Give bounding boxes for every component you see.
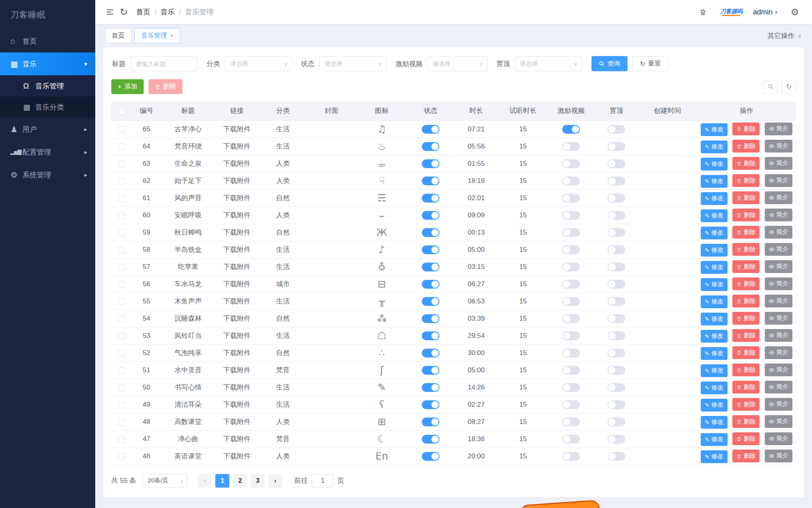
row-checkbox[interactable] [118, 419, 125, 426]
download-attachment-link[interactable]: 下载附件 [223, 160, 251, 167]
row-checkbox[interactable] [118, 384, 125, 391]
top-toggle[interactable] [607, 280, 625, 289]
reward-video-toggle[interactable] [562, 383, 580, 392]
status-toggle[interactable] [422, 314, 439, 323]
status-toggle[interactable] [422, 435, 439, 444]
delete-button[interactable]: 删除 [732, 140, 760, 153]
reward-filter-select[interactable]: 请选择 ∨ [427, 56, 487, 71]
intro-button[interactable]: 简介 [765, 432, 792, 445]
category-filter-select[interactable]: 请选择 ∨ [225, 56, 292, 71]
edit-button[interactable]: ✎ 修改 [701, 278, 728, 291]
status-toggle[interactable] [422, 452, 439, 461]
delete-button[interactable]: 删除 [732, 450, 760, 462]
download-attachment-link[interactable]: 下载附件 [223, 194, 251, 202]
intro-button[interactable]: 简介 [765, 157, 792, 170]
row-checkbox[interactable] [118, 281, 125, 288]
select-all-checkbox[interactable] [118, 108, 125, 114]
row-checkbox[interactable] [118, 333, 125, 339]
delete-button[interactable]: 删除 [732, 277, 760, 290]
reward-video-toggle[interactable] [562, 297, 580, 306]
delete-button[interactable]: 删除 [732, 432, 760, 445]
status-toggle[interactable] [422, 194, 439, 203]
top-toggle[interactable] [607, 452, 625, 461]
download-attachment-link[interactable]: 下载附件 [223, 229, 251, 236]
edit-button[interactable]: ✎ 修改 [701, 433, 728, 446]
reward-video-toggle[interactable] [562, 245, 580, 254]
page-button-3[interactable]: 3 [251, 474, 265, 488]
reward-video-toggle[interactable] [562, 280, 580, 289]
intro-button[interactable]: 简介 [765, 329, 792, 342]
edit-button[interactable]: ✎ 修改 [701, 261, 728, 274]
download-attachment-link[interactable]: 下载附件 [223, 246, 251, 253]
intro-button[interactable]: 简介 [765, 381, 792, 394]
status-toggle[interactable] [422, 280, 439, 289]
reward-video-toggle[interactable] [562, 159, 580, 168]
download-attachment-link[interactable]: 下载附件 [223, 297, 251, 305]
add-button[interactable]: + 添加 [111, 79, 144, 94]
delete-button[interactable]: 删除 [732, 226, 760, 239]
download-attachment-link[interactable]: 下载附件 [223, 332, 251, 339]
top-toggle[interactable] [607, 435, 625, 444]
status-toggle[interactable] [422, 177, 439, 185]
page-size-select[interactable]: 20条/页 ∨ [142, 474, 187, 488]
intro-button[interactable]: 简介 [765, 226, 792, 239]
reward-video-toggle[interactable] [562, 177, 580, 185]
top-toggle[interactable] [607, 349, 625, 357]
status-toggle[interactable] [422, 400, 439, 409]
reward-video-toggle[interactable] [562, 331, 580, 340]
reward-video-toggle[interactable] [562, 228, 580, 237]
row-checkbox[interactable] [118, 247, 125, 253]
edit-button[interactable]: ✎ 修改 [701, 295, 728, 308]
status-toggle[interactable] [422, 245, 439, 254]
status-toggle[interactable] [422, 297, 439, 306]
table-refresh-icon[interactable]: ↻ [782, 80, 796, 94]
intro-button[interactable]: 简介 [765, 346, 792, 359]
close-icon[interactable]: × [170, 32, 173, 39]
reward-video-toggle[interactable] [562, 418, 580, 426]
settings-gear-icon[interactable]: ⚙ [788, 5, 802, 19]
download-attachment-link[interactable]: 下载附件 [223, 401, 251, 408]
sidebar-item-system[interactable]: ⚙ 系统管理 ▸ [0, 163, 95, 186]
status-toggle[interactable] [422, 349, 439, 357]
delete-button[interactable]: 删除 [732, 398, 760, 411]
status-toggle[interactable] [422, 228, 439, 237]
reward-video-toggle[interactable] [562, 349, 580, 357]
edit-button[interactable]: ✎ 修改 [701, 141, 728, 153]
reward-video-toggle[interactable] [562, 314, 580, 323]
edit-button[interactable]: ✎ 修改 [701, 450, 728, 463]
status-toggle[interactable] [422, 383, 439, 392]
intro-button[interactable]: 简介 [765, 277, 792, 290]
delete-button[interactable]: 删除 [732, 346, 760, 359]
intro-button[interactable]: 简介 [765, 191, 792, 204]
status-toggle[interactable] [422, 263, 439, 271]
row-checkbox[interactable] [118, 178, 125, 185]
edit-button[interactable]: ✎ 修改 [701, 209, 728, 222]
row-checkbox[interactable] [118, 229, 125, 236]
top-toggle[interactable] [607, 211, 625, 220]
download-attachment-link[interactable]: 下载附件 [223, 418, 251, 426]
edit-button[interactable]: ✎ 修改 [701, 192, 728, 205]
status-toggle[interactable] [422, 211, 439, 220]
tab-music-manage[interactable]: 音乐管理 × [134, 28, 180, 43]
goto-page-input[interactable] [312, 474, 333, 488]
reward-video-toggle[interactable] [562, 211, 580, 220]
intro-button[interactable]: 简介 [765, 243, 792, 256]
delete-button[interactable]: 删除 [732, 191, 760, 204]
delete-button[interactable]: 删除 [732, 415, 760, 428]
top-toggle[interactable] [607, 142, 625, 151]
intro-button[interactable]: 简介 [765, 450, 792, 462]
status-toggle[interactable] [422, 142, 439, 151]
top-toggle[interactable] [607, 245, 625, 254]
reward-video-toggle[interactable] [562, 435, 580, 444]
status-toggle[interactable] [422, 331, 439, 340]
intro-button[interactable]: 简介 [765, 415, 792, 428]
top-toggle[interactable] [607, 383, 625, 392]
download-attachment-link[interactable]: 下载附件 [223, 211, 251, 219]
row-checkbox[interactable] [118, 298, 125, 305]
top-toggle[interactable] [607, 177, 625, 185]
edit-button[interactable]: ✎ 修改 [701, 382, 728, 394]
page-button-1[interactable]: 1 [215, 474, 229, 488]
download-attachment-link[interactable]: 下载附件 [223, 315, 251, 322]
delete-button[interactable]: 删除 [732, 174, 760, 187]
reset-button[interactable]: ↻ 重置 [632, 56, 668, 71]
